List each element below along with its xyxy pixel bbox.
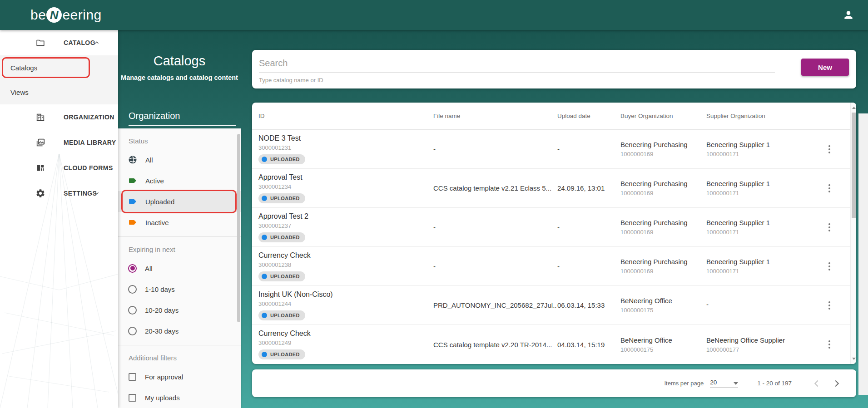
gear-icon <box>35 188 45 198</box>
supplier-organization-cell: BeNeering Office Supplier 1000000177 <box>706 336 822 353</box>
sidebar-nav: CATALOG Catalogs Views ORGANIZATION <box>0 30 118 408</box>
catalog-name-cell: Approval Test 3000001234 UPLOADED <box>258 169 433 203</box>
expiring-filter-option[interactable]: All <box>118 258 241 279</box>
catalog-row[interactable]: Currency Check 3000001238 UPLOADED - - B… <box>252 247 856 286</box>
previous-page-button[interactable] <box>811 378 823 389</box>
upload-date-cell: 24.09.16, 13:01 <box>557 184 620 192</box>
row-actions-menu-button[interactable] <box>826 182 833 195</box>
supplier-organization-id: 1000000171 <box>706 229 822 236</box>
upload-date-cell: 04.03.14, 15:19 <box>557 341 620 349</box>
catalog-row[interactable]: Approval Test 2 3000001237 UPLOADED - - … <box>252 208 856 247</box>
catalog-table-card: IDFile nameUpload dateBuyer Organization… <box>252 103 856 364</box>
status-dot-icon <box>262 157 267 162</box>
file-name-cell: CCS catalog template v2.20 TR-2014... <box>433 341 557 349</box>
expiring-filter-label: 1-10 days <box>145 285 175 293</box>
sidebar-subitem[interactable]: Views <box>0 80 118 104</box>
catalog-name: Insight UK (Non-Cisco) <box>258 290 433 299</box>
sidebar-item-cloud-forms[interactable]: CLOUD FORMS <box>0 155 118 181</box>
radio-button[interactable] <box>128 285 137 294</box>
scroll-down-icon[interactable] <box>852 358 856 360</box>
table-scrollbar-thumb[interactable] <box>852 113 856 218</box>
status-filter-label: Uploaded <box>145 198 174 206</box>
row-actions-menu-button[interactable] <box>826 221 833 234</box>
forms-grid-icon <box>35 163 45 173</box>
chevron-left-icon <box>812 379 822 388</box>
catalog-row[interactable]: Approval Test 3000001234 UPLOADED CCS ca… <box>252 169 856 208</box>
status-badge-label: UPLOADED <box>270 157 300 162</box>
sidebar-item-catalog[interactable]: CATALOG <box>0 30 118 55</box>
items-per-page-select[interactable]: 20 <box>710 379 738 388</box>
status-filter-group: All Active Uploaded <box>118 149 241 233</box>
status-dot-icon <box>262 313 267 318</box>
row-actions-menu-button[interactable] <box>826 260 833 273</box>
column-header: Upload date <box>557 113 620 119</box>
row-actions-menu-button[interactable] <box>826 338 833 351</box>
sidebar-item-media-library[interactable]: MEDIA LIBRARY <box>0 130 118 155</box>
supplier-organization-id: 1000000171 <box>706 190 822 197</box>
scroll-up-icon[interactable] <box>852 107 856 109</box>
column-header: Buyer Organization <box>620 113 706 119</box>
sidebar-item-label: MEDIA LIBRARY <box>64 139 116 146</box>
next-page-button[interactable] <box>831 378 843 389</box>
pagination-bar: Items per page 20 1 - 20 of 197 <box>252 369 856 397</box>
filter-section-label: Status <box>118 132 241 149</box>
supplier-organization-id: 1000000171 <box>706 268 822 275</box>
status-filter-option[interactable]: Active <box>118 170 241 191</box>
checkbox[interactable] <box>129 394 136 402</box>
status-dot-icon <box>262 352 267 357</box>
additional-filter-option[interactable]: For approval <box>118 366 241 387</box>
column-header: Supplier Organization <box>706 113 822 119</box>
buyer-organization-name: Beneering Purchasing <box>620 258 706 265</box>
status-badge: UPLOADED <box>258 310 305 320</box>
row-actions-menu-button[interactable] <box>826 143 833 156</box>
app-window: beNeering CATALOG <box>0 0 868 408</box>
buyer-organization-cell: Beneering Purchasing 1000000169 <box>620 219 706 236</box>
sidebar-item-label: ORGANIZATION <box>64 113 114 121</box>
upload-date-cell: 06.03.14, 15:33 <box>557 301 620 309</box>
catalog-row[interactable]: Insight UK (Non-Cisco) 3000001244 UPLOAD… <box>252 286 856 325</box>
new-catalog-button[interactable]: New <box>801 59 849 76</box>
user-account-button[interactable] <box>841 7 856 23</box>
checkbox[interactable] <box>129 373 136 381</box>
catalog-id: 3000001231 <box>258 144 433 151</box>
row-actions-menu-button[interactable] <box>826 299 833 312</box>
expiring-filter-group: All 1-10 days 10-20 days 20-30 days <box>118 258 241 341</box>
radio-button[interactable] <box>128 327 137 335</box>
catalog-name: Approval Test 2 <box>258 212 433 221</box>
radio-button[interactable] <box>128 264 137 273</box>
tag-icon <box>128 218 137 227</box>
status-badge: UPLOADED <box>258 193 305 203</box>
expiring-filter-option[interactable]: 20-30 days <box>118 320 241 341</box>
folder-icon <box>35 38 45 48</box>
status-filter-label: Inactive <box>145 219 169 226</box>
catalog-row[interactable]: NODE 3 Test 3000001231 UPLOADED - - Bene… <box>252 130 856 169</box>
page-scrollbar-track[interactable] <box>858 113 868 395</box>
sidebar-subitem-label: Views <box>10 88 29 96</box>
catalog-name-cell: Insight UK (Non-Cisco) 3000001244 UPLOAD… <box>258 286 433 320</box>
radio-button[interactable] <box>128 306 137 315</box>
status-badge: UPLOADED <box>258 232 305 242</box>
catalog-name: Approval Test <box>258 173 433 182</box>
expiring-filter-option[interactable]: 10-20 days <box>118 300 241 320</box>
catalog-name-cell: Approval Test 2 3000001237 UPLOADED <box>258 208 433 242</box>
filter-scrollbar-thumb[interactable] <box>237 134 240 322</box>
building-icon <box>35 112 45 122</box>
expiring-filter-option[interactable]: 1-10 days <box>118 279 241 300</box>
catalog-row[interactable]: Currency Check 3000001249 UPLOADED CCS c… <box>252 325 856 364</box>
filter-section-label: Additional filters <box>118 349 241 366</box>
pagination-range: 1 - 20 of 197 <box>757 380 792 387</box>
sidebar-item-settings[interactable]: SETTINGS <box>0 181 118 206</box>
buyer-organization-name: Beneering Purchasing <box>620 180 706 187</box>
organization-selector[interactable]: Organization <box>129 111 236 126</box>
column-header: ID <box>258 113 433 119</box>
status-filter-option[interactable]: Inactive <box>118 212 241 233</box>
status-filter-option[interactable]: All <box>118 149 241 170</box>
supplier-organization-name: - <box>706 300 822 308</box>
sidebar-item-organization[interactable]: ORGANIZATION <box>0 104 118 130</box>
search-input[interactable] <box>259 57 775 73</box>
status-filter-option[interactable]: Uploaded <box>118 191 241 212</box>
additional-filter-group: For approval My uploads <box>118 366 241 408</box>
additional-filter-option[interactable]: My uploads <box>118 387 241 408</box>
sidebar-subitem[interactable]: Catalogs <box>0 55 118 80</box>
table-scrollbar[interactable] <box>850 103 856 364</box>
